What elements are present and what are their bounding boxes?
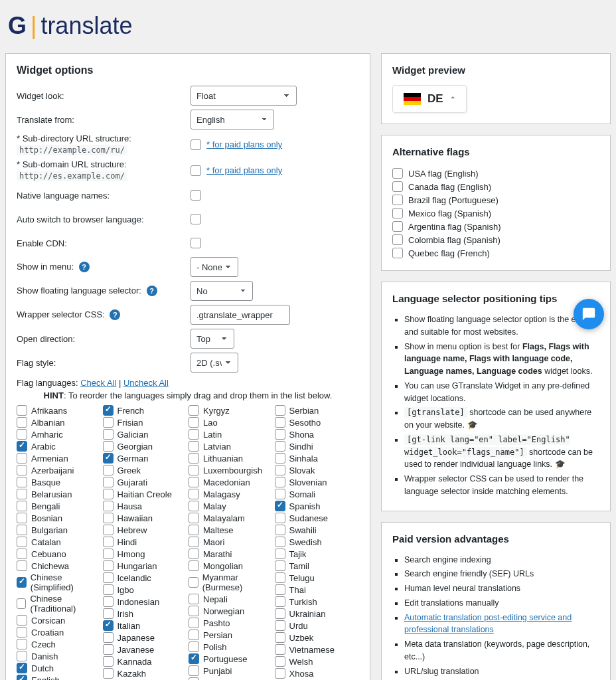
language-item[interactable]: Greek [103, 464, 188, 476]
language-checkbox[interactable] [17, 453, 27, 464]
language-item[interactable]: Icelandic [103, 572, 188, 584]
language-item[interactable]: Somali [275, 488, 360, 500]
language-checkbox[interactable] [17, 417, 27, 428]
language-checkbox[interactable] [189, 549, 199, 559]
language-checkbox[interactable] [189, 441, 199, 452]
language-checkbox[interactable] [103, 465, 114, 475]
language-item[interactable]: Galician [103, 428, 188, 440]
alt-flag-checkbox[interactable] [392, 248, 403, 258]
language-item[interactable]: Shona [275, 428, 360, 440]
language-item[interactable]: Chichewa [17, 560, 102, 572]
language-item[interactable]: Maori [189, 536, 273, 548]
language-item[interactable]: Slovenian [275, 476, 360, 488]
language-checkbox[interactable] [189, 477, 199, 487]
language-checkbox[interactable] [17, 501, 27, 511]
language-item[interactable]: Swedish [275, 536, 360, 548]
language-checkbox[interactable] [103, 596, 114, 607]
preview-selector[interactable]: DE ⌃ [392, 85, 467, 113]
subdomain-checkbox[interactable] [191, 165, 201, 176]
language-item[interactable]: Tajik [275, 548, 360, 560]
language-item[interactable]: Bulgarian [17, 524, 102, 536]
language-item[interactable]: Tamil [275, 560, 360, 572]
language-item[interactable]: Igbo [103, 584, 188, 596]
language-item[interactable]: Swahili [275, 524, 360, 536]
subdir-checkbox[interactable] [191, 139, 201, 150]
open-dir-select[interactable]: Top [191, 329, 234, 349]
language-checkbox[interactable] [275, 584, 285, 595]
language-checkbox[interactable] [103, 405, 114, 416]
language-checkbox[interactable] [275, 477, 285, 487]
language-item[interactable]: Bosnian [17, 512, 102, 524]
language-checkbox[interactable] [189, 525, 199, 535]
language-item[interactable]: Afrikaans [17, 404, 102, 416]
language-checkbox[interactable] [103, 501, 114, 511]
language-item[interactable]: Lithuanian [189, 452, 273, 464]
language-checkbox[interactable] [275, 596, 285, 607]
language-item[interactable]: Macedonian [189, 476, 273, 488]
language-item[interactable]: Norwegian [189, 605, 273, 617]
language-item[interactable]: Marathi [189, 548, 273, 560]
language-item[interactable]: Nepali [189, 593, 273, 605]
language-item[interactable]: Latvian [189, 440, 273, 452]
language-item[interactable]: Malay [189, 500, 273, 512]
language-item[interactable]: Dutch [17, 662, 102, 674]
language-checkbox[interactable] [189, 537, 199, 547]
language-checkbox[interactable] [189, 641, 199, 652]
language-checkbox[interactable] [275, 405, 285, 416]
language-item[interactable]: Indonesian [103, 596, 188, 608]
language-item[interactable]: Turkish [275, 596, 360, 608]
language-checkbox[interactable] [275, 537, 285, 547]
language-item[interactable]: Portuguese [189, 653, 273, 665]
language-checkbox[interactable] [17, 513, 27, 523]
language-checkbox[interactable] [189, 513, 199, 523]
uncheck-all-link[interactable]: Uncheck All [123, 378, 169, 388]
language-item[interactable]: Kyrgyz [189, 404, 273, 416]
language-checkbox[interactable] [189, 630, 199, 640]
language-item[interactable]: Hungarian [103, 560, 188, 572]
show-float-select[interactable]: No [191, 281, 253, 301]
language-item[interactable]: Kazakh [103, 667, 188, 679]
language-checkbox[interactable] [17, 441, 27, 452]
language-checkbox[interactable] [103, 489, 114, 499]
language-item[interactable]: Basque [17, 476, 102, 488]
language-item[interactable]: Sindhi [275, 440, 360, 452]
language-checkbox[interactable] [103, 525, 114, 535]
language-checkbox[interactable] [189, 560, 199, 571]
language-item[interactable]: Xhosa [275, 667, 360, 679]
alt-flag-checkbox[interactable] [392, 234, 403, 245]
language-item[interactable]: Hindi [103, 536, 188, 548]
language-item[interactable]: Bengali [17, 500, 102, 512]
language-checkbox[interactable] [17, 627, 27, 638]
language-item[interactable]: Latin [189, 428, 273, 440]
translate-from-select[interactable]: English [191, 110, 274, 129]
language-item[interactable]: Maltese [189, 524, 273, 536]
language-checkbox[interactable] [275, 668, 285, 679]
language-checkbox[interactable] [17, 598, 26, 609]
subdomain-paid-link[interactable]: * for paid plans only [206, 165, 282, 175]
alt-flag-checkbox[interactable] [392, 208, 403, 218]
language-item[interactable]: Hausa [103, 500, 188, 512]
language-checkbox[interactable] [275, 632, 285, 643]
language-checkbox[interactable] [17, 577, 27, 588]
alt-flag-checkbox[interactable] [392, 181, 403, 192]
language-checkbox[interactable] [103, 560, 114, 571]
language-checkbox[interactable] [17, 477, 27, 487]
help-icon[interactable]: ? [147, 286, 157, 296]
language-item[interactable]: Malagasy [189, 488, 273, 500]
language-item[interactable]: Irish [103, 608, 188, 620]
language-checkbox[interactable] [189, 405, 199, 416]
language-item[interactable]: Lao [189, 416, 273, 428]
language-checkbox[interactable] [189, 677, 199, 680]
language-item[interactable]: Armenian [17, 452, 102, 464]
language-checkbox[interactable] [103, 429, 114, 440]
language-item[interactable]: Thai [275, 584, 360, 596]
enable-cdn-checkbox[interactable] [191, 238, 201, 248]
language-checkbox[interactable] [275, 489, 285, 499]
alt-flag-checkbox[interactable] [392, 221, 403, 232]
language-item[interactable]: Frisian [103, 416, 188, 428]
language-item[interactable]: Punjabi [189, 665, 273, 677]
language-checkbox[interactable] [103, 441, 114, 452]
language-checkbox[interactable] [103, 644, 114, 655]
language-checkbox[interactable] [103, 417, 114, 428]
language-item[interactable]: Chinese (Traditional) [17, 593, 102, 614]
